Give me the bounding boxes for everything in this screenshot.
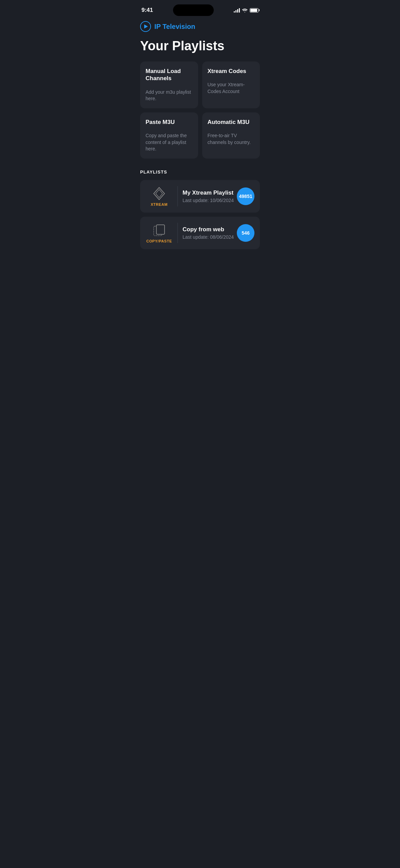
- page-title: Your Playlists: [133, 33, 267, 61]
- paste-m3u-title: Paste M3U: [146, 119, 193, 126]
- paste-m3u-desc: Copy and paste the content of a playlist…: [146, 132, 193, 152]
- automatic-m3u-card[interactable]: Automatic M3U Free-to-air TV channels by…: [202, 112, 260, 159]
- xtream-icon-label: XTREAM: [151, 202, 168, 206]
- playlists-section-header: PLAYLISTS: [133, 159, 267, 180]
- copypaste-playlist-count: 546: [237, 224, 254, 242]
- signal-icon: [234, 8, 240, 13]
- svg-rect-3: [156, 225, 165, 234]
- xtream-playlist-card[interactable]: XTREAM My Xtream Playlist Last update: 1…: [140, 180, 260, 213]
- options-grid: Manual Load Channels Add your m3u playli…: [133, 61, 267, 159]
- manual-load-channels-title: Manual Load Channels: [146, 68, 193, 82]
- xtream-playlist-count: 49851: [237, 187, 254, 205]
- app-title: IP Television: [154, 23, 195, 31]
- status-bar: 9:41: [133, 0, 267, 18]
- automatic-m3u-title: Automatic M3U: [208, 119, 255, 126]
- copypaste-playlist-update: Last update: 08/06/2024: [183, 234, 234, 240]
- xtream-icon-area: XTREAM: [146, 186, 173, 206]
- copypaste-icon-label: COPY/PASTE: [146, 239, 172, 243]
- paste-m3u-card[interactable]: Paste M3U Copy and paste the content of …: [140, 112, 198, 159]
- xtream-codes-title: Xtream Codes: [208, 68, 255, 75]
- svg-marker-1: [156, 189, 163, 198]
- status-time: 9:41: [141, 7, 153, 14]
- manual-load-channels-desc: Add your m3u playlist here.: [146, 89, 193, 102]
- playlist-divider: [177, 186, 178, 206]
- copypaste-playlist-name: Copy from web: [183, 226, 234, 233]
- app-header: IP Television: [133, 18, 267, 33]
- status-icons: [234, 8, 259, 13]
- dynamic-island: [173, 4, 214, 16]
- copypaste-icon: [152, 223, 167, 238]
- copypaste-playlist-card[interactable]: COPY/PASTE Copy from web Last update: 08…: [140, 217, 260, 249]
- xtream-icon: [152, 186, 167, 201]
- automatic-m3u-desc: Free-to-air TV channels by country.: [208, 132, 255, 146]
- wifi-icon: [242, 8, 248, 13]
- play-icon: [144, 24, 148, 29]
- copypaste-icon-area: COPY/PASTE: [146, 223, 173, 243]
- xtream-playlist-update: Last update: 10/06/2024: [183, 198, 234, 203]
- playlist-divider-2: [177, 223, 178, 243]
- battery-icon: [250, 8, 259, 13]
- xtream-codes-desc: Use your Xtream-Codes Account: [208, 82, 255, 95]
- xtream-playlist-info: My Xtream Playlist Last update: 10/06/20…: [183, 189, 234, 203]
- app-logo: [140, 21, 151, 32]
- xtream-playlist-name: My Xtream Playlist: [183, 189, 234, 196]
- xtream-codes-card[interactable]: Xtream Codes Use your Xtream-Codes Accou…: [202, 61, 260, 108]
- copypaste-playlist-info: Copy from web Last update: 08/06/2024: [183, 226, 234, 240]
- playlist-list: XTREAM My Xtream Playlist Last update: 1…: [133, 180, 267, 249]
- manual-load-channels-card[interactable]: Manual Load Channels Add your m3u playli…: [140, 61, 198, 108]
